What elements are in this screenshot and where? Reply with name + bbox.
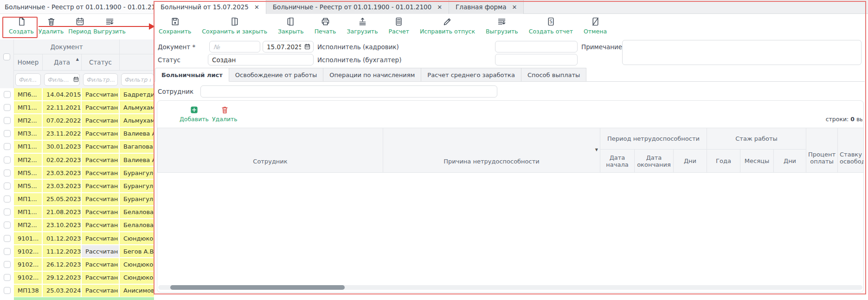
row-checkbox[interactable] xyxy=(4,104,11,111)
cell-date[interactable]: 07.02.2022 xyxy=(43,114,82,126)
cell-name[interactable]: Белалова В xyxy=(120,219,156,231)
tab-sickleave-sheet[interactable]: Больничный лист xyxy=(155,68,229,82)
cell-date[interactable]: 01.12.2023 xyxy=(43,232,82,244)
save-button[interactable]: Сохранить xyxy=(159,15,191,35)
cell-status[interactable]: Рассчитан xyxy=(82,258,120,270)
cell-status[interactable]: Рассчитан xyxy=(82,141,120,153)
cell-date[interactable]: 23.11.2022 xyxy=(43,128,82,140)
cell-name[interactable]: Сюндюкова xyxy=(120,258,156,270)
cell-name[interactable]: Бадретдино xyxy=(120,88,156,100)
cell-date[interactable]: 29.12.2023 xyxy=(43,272,82,284)
cell-number[interactable]: МП5... xyxy=(14,180,43,192)
table-row[interactable]: 9102... 29.12.2023 Рассчитан Сюндюкова xyxy=(0,272,156,284)
cell-status[interactable]: Рассчитан xyxy=(82,285,120,297)
tab-sickleave-document[interactable]: Больничный от 15.07.2025 ✕ xyxy=(154,0,266,14)
column-header-name[interactable] xyxy=(120,54,156,70)
grid-col-employee[interactable]: Сотрудник xyxy=(158,128,383,173)
cell-status[interactable]: Рассчитан xyxy=(82,167,120,179)
grid-col-payment-percent[interactable]: Процент оплаты xyxy=(806,128,838,173)
table-row[interactable]: 9101... 01.12.2023 Рассчитан Сюндюкова xyxy=(0,232,156,244)
grid-col-disability-reason[interactable]: Причина нетрудоспособности ▼ xyxy=(383,128,600,173)
grid-col-end-date[interactable]: Дата окончания xyxy=(635,150,674,173)
row-checkbox[interactable] xyxy=(4,248,11,255)
close-button[interactable]: Закрыть xyxy=(278,15,304,35)
cell-number[interactable]: 9101... xyxy=(14,232,43,244)
cell-status[interactable]: Рассчитан xyxy=(82,232,120,244)
cell-number[interactable]: МП6... xyxy=(14,88,43,100)
cell-status[interactable]: Рассчитан xyxy=(82,193,120,205)
filter-status-input[interactable] xyxy=(83,73,118,86)
cell-date[interactable]: 23.03.2023 xyxy=(43,180,82,192)
column-header-status[interactable]: Статус xyxy=(82,54,120,70)
create-report-button[interactable]: S Создать отчет xyxy=(529,15,573,35)
cell-status[interactable]: Рассчитан xyxy=(82,154,120,166)
cell-name[interactable]: Сюндюкова xyxy=(120,232,156,244)
cell-name[interactable]: Анисимова xyxy=(120,285,156,297)
cell-status[interactable]: Рассчитан xyxy=(82,114,120,126)
table-row[interactable]: МП5... 23.03.2023 Рассчитан Бурангулов xyxy=(0,180,156,192)
cell-number[interactable]: МП1... xyxy=(14,206,43,218)
table-row[interactable]: МП1... 21.08.2023 Рассчитан Белалова В xyxy=(0,206,156,218)
cell-name[interactable]: Вагапова В xyxy=(120,141,156,153)
cell-status[interactable]: Рассчитан xyxy=(82,101,120,113)
calc-button[interactable]: Расчет xyxy=(389,15,409,35)
row-checkbox[interactable] xyxy=(4,117,11,124)
employee-input[interactable] xyxy=(200,85,497,98)
row-checkbox[interactable] xyxy=(4,143,11,150)
grid-col-start-date[interactable]: Дата начала xyxy=(600,150,635,173)
tab-registry-background[interactable]: Больничные - Реестр от 01.01.1900 - 01.0… xyxy=(266,0,449,14)
cell-name[interactable]: Альмухаме xyxy=(120,101,156,113)
calendar-icon[interactable] xyxy=(304,43,311,50)
note-textarea[interactable] xyxy=(622,40,862,65)
cell-status[interactable]: Рассчитан xyxy=(82,128,120,140)
cell-date[interactable]: 22.11.2021 xyxy=(43,101,82,113)
cancel-button[interactable]: Отмена xyxy=(584,15,607,35)
hr-executor-input[interactable] xyxy=(495,41,578,52)
table-row[interactable]: МП138 25.03.2024 Рассчитан Анисимова xyxy=(0,285,156,297)
cell-date[interactable]: 23.10.2023 xyxy=(43,219,82,231)
table-row[interactable]: МП1... 22.11.2021 Рассчитан Альмухаме xyxy=(0,101,156,113)
print-button[interactable]: Печать xyxy=(315,15,336,35)
tab-registry[interactable]: Больничные - Реестр от 01.01.1900 - 01.0… xyxy=(0,0,156,14)
close-tab-icon[interactable]: ✕ xyxy=(437,4,442,11)
close-tab-icon[interactable]: ✕ xyxy=(254,4,259,11)
cell-status[interactable]: Рассчитан xyxy=(82,206,120,218)
cell-date[interactable]: 25.03.2024 xyxy=(43,285,82,297)
cell-date[interactable]: 30.01.2023 xyxy=(43,141,82,153)
row-checkbox[interactable] xyxy=(4,157,11,163)
cell-status[interactable]: Рассчитан xyxy=(82,272,120,284)
calendar-icon[interactable] xyxy=(73,76,79,83)
grid-col-days[interactable]: Дни xyxy=(674,150,707,173)
row-checkbox[interactable] xyxy=(4,183,11,189)
status-input[interactable] xyxy=(208,54,314,65)
table-row[interactable]: 9102... 11.12.2023 Рассчитан Бегов А.В. … xyxy=(0,245,156,257)
row-checkbox[interactable] xyxy=(4,287,11,294)
row-checkbox[interactable] xyxy=(4,222,11,228)
cell-number[interactable]: МП1... xyxy=(14,193,43,205)
period-button[interactable]: Период xyxy=(65,17,95,35)
export-button[interactable]: Выгрузить xyxy=(95,17,124,35)
accountant-executor-input[interactable] xyxy=(495,54,578,65)
cell-name[interactable]: Бурангулов xyxy=(120,193,156,205)
cell-name[interactable]: Белалова В xyxy=(120,206,156,218)
cell-status[interactable]: Рассчитан xyxy=(82,245,120,257)
table-row[interactable]: МП1... 30.01.2023 Рассчитан Вагапова В xyxy=(0,141,156,153)
table-row[interactable]: МП2... 07.02.2022 Рассчитан Альмухаме xyxy=(0,114,156,126)
cell-name[interactable]: Валиева А.( xyxy=(120,154,156,166)
cell-number[interactable]: МП1... xyxy=(14,101,43,113)
tab-work-release[interactable]: Освобождение от работы xyxy=(229,68,323,82)
table-row[interactable]: МП2... 23.10.2023 Рассчитан Белалова В xyxy=(0,219,156,231)
cell-number[interactable]: МП2... xyxy=(14,219,43,231)
row-checkbox[interactable] xyxy=(4,274,11,281)
cell-date[interactable]: 11.12.2023 xyxy=(43,245,82,257)
cell-number[interactable]: 9102... xyxy=(14,272,43,284)
row-checkbox[interactable] xyxy=(4,196,11,202)
cell-name[interactable]: Бегов А.В. ( xyxy=(120,245,156,257)
cell-number[interactable]: МП3... xyxy=(14,128,43,140)
cell-name[interactable]: Сюндюкова xyxy=(120,272,156,284)
cell-status[interactable]: Рассчитан xyxy=(82,88,120,100)
cell-date[interactable]: 21.08.2023 xyxy=(43,206,82,218)
save-and-close-button[interactable]: Сохранить и закрыть xyxy=(202,15,267,35)
tab-accrual-operations[interactable]: Операции по начислениям xyxy=(323,68,421,82)
table-row[interactable]: МП5... 23.03.2023 Рассчитан Бурангулов xyxy=(0,167,156,179)
